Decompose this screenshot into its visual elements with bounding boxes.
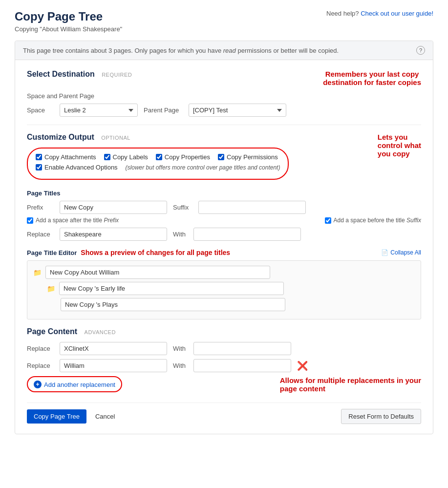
pages-icon: 📄 [381,249,388,256]
cb-advanced-item[interactable]: Enable Advanced Options [36,164,118,171]
checkboxes-container: Copy Attachments Copy Labels Copy Proper… [27,148,289,180]
replace-label-0: Replace [27,345,54,352]
cb-labels[interactable] [104,154,110,160]
tree-item-0: 📁 [33,266,415,279]
add-replacement-circled: + Add another replacement [27,376,122,392]
replace-input-1[interactable] [60,359,167,372]
page-title-editor-header: Page Title Editor Shows a preview of cha… [27,249,421,256]
advanced-hint: (slower but offers more control over pag… [126,164,280,171]
replacement-row-1: Replace With ❌ [27,359,421,372]
add-replacement-annotation: Allows for multiple replacements in your… [280,376,421,393]
prefix-label: Prefix [27,204,54,211]
add-space-after-checkbox[interactable] [27,217,33,224]
copy-page-tree-button[interactable]: Copy Page Tree [27,409,86,424]
tree-item-2 [61,298,415,311]
with-input-0[interactable] [193,342,291,355]
replace-row: Replace With [27,228,421,241]
folder-icon-1: 📁 [47,285,55,293]
space-parent-label: Space and Parent Page [27,92,421,100]
advanced-badge: ADVANCED [85,329,116,335]
cb-attachments-item[interactable]: Copy Attachments [36,153,96,161]
tree-input-0[interactable] [45,266,270,279]
replacement-row-0: Replace With [27,342,421,355]
page-titles-section: Page Titles Prefix Suffix Add a space af… [27,190,421,241]
page-title-editor-label: Page Title Editor Shows a preview of cha… [27,249,230,256]
delete-replacement-button[interactable]: ❌ [297,361,308,370]
cb-properties-item[interactable]: Copy Properties [156,153,210,161]
add-space-before-label[interactable]: Add a space before the title Suffix [325,217,421,224]
footer-left: Copy Page Tree Cancel [27,409,119,424]
folder-icon-0: 📁 [33,269,42,276]
prefix-suffix-checks: Add a space after the title Prefix Add a… [27,217,421,224]
plus-circle-icon: + [34,381,42,388]
info-help-icon[interactable]: ? [416,46,425,55]
add-replacement-row: + Add another replacement Allows for mul… [27,376,421,393]
page-subtitle: Copying "About William Shakespeare" [15,25,122,33]
tree-item-1: 📁 [47,282,415,295]
with-label-0: With [173,345,188,352]
parent-page-label: Parent Page [144,106,183,114]
with-input-1[interactable] [193,359,291,372]
cb-labels-item[interactable]: Copy Labels [104,153,148,161]
with-label: With [173,231,188,238]
cb-advanced[interactable] [36,164,42,170]
replace-label-1: Replace [27,362,54,369]
space-select[interactable]: Leslie 2 [60,104,138,117]
info-bar: This page tree contains about 3 pages. O… [15,41,433,60]
suffix-input[interactable] [198,201,306,214]
collapse-all-button[interactable]: 📄 Collapse All [381,249,421,256]
replace-label: Replace [27,231,54,238]
prefix-input[interactable] [60,201,167,214]
page-content-title: Page Content ADVANCED [27,327,421,336]
with-label-1: With [173,362,188,369]
with-input[interactable] [193,228,301,241]
reset-form-button[interactable]: Reset Form to Defaults [341,409,421,424]
cb-properties[interactable] [156,154,162,160]
add-space-before-checkbox[interactable] [325,217,331,224]
add-replacement-button[interactable]: + Add another replacement [34,381,115,388]
tree-container: 📁 📁 [27,260,421,319]
footer-buttons: Copy Page Tree Cancel Reset Form to Defa… [27,403,421,424]
main-card: This page tree contains about 3 pages. O… [15,41,433,434]
cancel-button[interactable]: Cancel [91,409,119,424]
optional-badge: OPTIONAL [101,135,130,141]
cb-attachments[interactable] [36,154,42,160]
add-space-after-label[interactable]: Add a space after the title Prefix [27,217,119,224]
space-parent-row: Space Leslie 2 Parent Page [COPY] Test [27,104,421,117]
checkboxes-row1: Copy Attachments Copy Labels Copy Proper… [36,153,280,161]
help-link[interactable]: Check out our user guide! [361,10,433,17]
suffix-label: Suffix [173,204,192,211]
required-badge: REQUIRED [102,72,132,78]
destination-annotation: Remembers your last copy destination for… [323,70,421,86]
cb-permissions[interactable] [218,154,224,160]
prefix-suffix-row: Prefix Suffix [27,201,421,214]
page-title: Copy Page Tree [15,10,122,23]
tree-input-2[interactable] [61,298,285,311]
page-title-editor-section: Page Title Editor Shows a preview of cha… [27,249,421,319]
cb-permissions-item[interactable]: Copy Permissions [218,153,278,161]
customize-output-title: Customize Output OPTIONAL [27,133,289,142]
parent-page-select[interactable]: [COPY] Test [189,104,286,117]
customize-annotation: Lets you control what you copy [378,133,421,158]
page-titles-label: Page Titles [27,190,421,197]
checkboxes-row2: Enable Advanced Options (slower but offe… [36,164,280,171]
page-content-section: Page Content ADVANCED Replace With Repla… [27,327,421,393]
replace-input-0[interactable] [60,342,167,355]
editor-annotation: Shows a preview of changes for all page … [81,249,230,256]
help-text: Need help? Check out our user guide! [326,10,433,17]
select-destination-title: Select Destination REQUIRED [27,70,132,78]
replace-input[interactable] [60,228,167,241]
space-label: Space [27,106,54,114]
tree-input-1[interactable] [59,282,284,295]
